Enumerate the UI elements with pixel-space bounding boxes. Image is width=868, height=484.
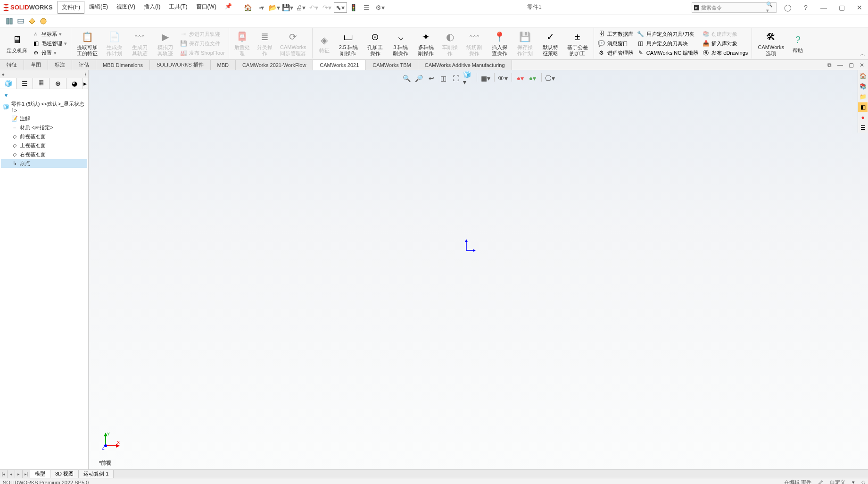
define-machine-button[interactable]: 🖥 定义机床 — [4, 33, 30, 55]
nav-prev-icon[interactable]: ◂ — [8, 470, 15, 478]
ribbon-collapse-icon[interactable]: ︿ — [860, 50, 865, 58]
minimize-icon[interactable]: — — [817, 2, 830, 13]
new-icon[interactable]: ▫▾ — [255, 2, 268, 13]
nc-editor-button[interactable]: ✎CAMWorks NC 编辑器 — [635, 48, 700, 58]
taskpane-home-icon[interactable]: 🏠 — [858, 71, 868, 81]
tab-evaluate[interactable]: 评估 — [72, 60, 96, 70]
appearance-icon[interactable]: ●▾ — [515, 73, 526, 83]
bottom-tab-motion[interactable]: 运动算例 1 — [79, 470, 114, 478]
status-dropdown-icon[interactable]: ▾ — [852, 479, 855, 484]
tab-cw-tbm[interactable]: CAMWorks TBM — [366, 60, 418, 70]
open-icon[interactable]: 📂▾ — [268, 2, 281, 13]
bottom-tab-3dview[interactable]: 3D 视图 — [50, 470, 79, 478]
hole-op-button[interactable]: ⊙孔加工操作 — [363, 29, 388, 58]
tab-mbd-dim[interactable]: MBD Dimensions — [96, 60, 150, 70]
publish-shopfloor-button[interactable]: 🏭发布 ShopFloor — [178, 48, 227, 58]
help-button[interactable]: ?帮助 — [788, 33, 808, 55]
taskpane-library-icon[interactable]: 📚 — [858, 82, 868, 91]
mill3-button[interactable]: ⌵3 轴铣削操作 — [388, 29, 413, 58]
doc-restore-icon[interactable]: ⧉ — [826, 62, 834, 68]
sort-ops-button[interactable]: ≣分类操作 — [254, 29, 276, 58]
zoom-area-icon[interactable]: 🔎 — [414, 73, 424, 83]
stock-manager-button[interactable]: ◧毛坯管理▾ — [30, 39, 69, 48]
redo-icon[interactable]: ↷▾ — [321, 2, 334, 13]
nav-first-icon[interactable]: |◂ — [0, 470, 8, 478]
create-lib-button[interactable]: 📚创建库对象 — [700, 29, 750, 39]
hide-show-icon[interactable]: 👁▾ — [498, 73, 508, 83]
nav-last-icon[interactable]: ▸| — [23, 470, 30, 478]
menu-tools[interactable]: 工具(T) — [165, 1, 191, 14]
step-toolpath-button[interactable]: ⇥步进刀具轨迹 — [178, 29, 227, 39]
tab-cw2021[interactable]: CAMWorks 2021 — [313, 60, 366, 70]
doc-maximize-icon[interactable]: ▢ — [847, 62, 856, 68]
insert-lib-button[interactable]: 📥插入库对象 — [700, 39, 750, 48]
user-icon[interactable]: ◯ — [781, 2, 794, 13]
traffic-icon[interactable]: 🚦 — [347, 2, 360, 13]
qat-icon-4[interactable] — [39, 17, 48, 26]
tolerance-machining-button[interactable]: ±基于公差的加工 — [563, 29, 592, 58]
tree-filter[interactable]: ▼ — [1, 91, 87, 100]
search-icon[interactable]: 🔍▾ — [766, 1, 774, 14]
print-icon[interactable]: 🖨▾ — [294, 2, 307, 13]
menu-pin[interactable]: 📌 — [221, 1, 236, 14]
tree-top-plane[interactable]: ◇上视基准面 — [1, 141, 87, 150]
techdb-button[interactable]: 🗄工艺数据库 — [596, 29, 635, 39]
tree-origin[interactable]: ↳原点 — [1, 159, 87, 168]
scene-icon[interactable]: ●▾ — [528, 73, 538, 83]
menu-view[interactable]: 视图(V) — [113, 1, 139, 14]
gen-toolpath-button[interactable]: 〰生成刀具轨迹 — [127, 29, 152, 58]
panel-tab-display[interactable]: ◕ — [66, 78, 83, 89]
save-cl-button[interactable]: 💾保存刀位文件 — [178, 39, 227, 48]
wire-op-button[interactable]: 〰线切割操作 — [462, 29, 487, 58]
display-style-icon[interactable]: ▦▾ — [480, 73, 491, 83]
close-icon[interactable]: ✕ — [853, 2, 866, 13]
save-icon[interactable]: 💾▾ — [281, 2, 294, 13]
panel-icon[interactable]: ☰ — [360, 2, 373, 13]
search-box[interactable]: ▸ 🔍▾ — [692, 2, 777, 13]
taskpane-custom-icon[interactable]: ☰ — [858, 123, 868, 133]
tab-features[interactable]: 特征 — [0, 60, 24, 70]
prev-view-icon[interactable]: ↩ — [426, 73, 437, 83]
panel-tab-config[interactable]: 𝄜 — [33, 78, 50, 89]
tree-material[interactable]: ≡材质 <未指定> — [1, 123, 87, 132]
tree-annotations[interactable]: 📝注解 — [1, 114, 87, 123]
tab-cw-workflow[interactable]: CAMWorks 2021-WorkFlow — [236, 60, 313, 70]
feature-button[interactable]: ◈特征 — [314, 33, 334, 55]
bottom-tab-model[interactable]: 模型 — [30, 470, 50, 478]
panel-tab-property[interactable]: ☰ — [17, 78, 33, 89]
process-manager-button[interactable]: ⚙进程管理器 — [596, 48, 635, 58]
postprocess-button[interactable]: 📮后置处理 — [231, 29, 254, 58]
doc-minimize-icon[interactable]: — — [835, 62, 845, 68]
tab-sketch[interactable]: 草图 — [24, 60, 48, 70]
panel-tab-more[interactable]: ▸ — [83, 78, 88, 89]
panel-tab-feature-tree[interactable]: 🧊 — [0, 78, 17, 89]
sync-manager-button[interactable]: ⟳CAMWorks 同步管理器 — [276, 29, 310, 58]
tab-mbd[interactable]: MBD — [211, 60, 236, 70]
qat-icon-2[interactable] — [16, 17, 25, 26]
view-settings-icon[interactable]: 🖵▾ — [545, 73, 555, 83]
dynamic-view-icon[interactable]: ⛶ — [451, 73, 461, 83]
tab-cw-additive[interactable]: CAMWorks Additive Manufacturing — [418, 60, 512, 70]
tree-root[interactable]: 🧊零件1 (默认) <<默认>_显示状态 1> — [1, 100, 87, 114]
menu-file[interactable]: 文件(F) — [58, 1, 84, 14]
panel-header-dot-icon[interactable]: ● — [2, 72, 5, 77]
simulate-toolpath-button[interactable]: ▶模拟刀具轨迹 — [152, 29, 178, 58]
undo-icon[interactable]: ↶▾ — [307, 2, 321, 13]
user-tool-block-button[interactable]: ◫用户定义的刀具块 — [635, 39, 700, 48]
qat-icon-3[interactable] — [27, 17, 37, 26]
doc-close-icon[interactable]: ✕ — [858, 62, 866, 68]
extract-features-button[interactable]: 📋 提取可加工的特征 — [73, 29, 101, 58]
turn-op-button[interactable]: ◐车削操作 — [439, 29, 462, 58]
tab-sw-addins[interactable]: SOLIDWORKS 插件 — [150, 60, 211, 70]
mill25-button[interactable]: ⌴2.5 轴铣削操作 — [334, 29, 363, 58]
status-rebuild-icon[interactable]: 🖉 — [818, 480, 823, 484]
user-tool-holder-button[interactable]: 🔧用户定义的刀具/刀夹 — [635, 29, 700, 39]
search-input[interactable] — [701, 5, 766, 10]
select-icon[interactable]: ⬉▾ — [334, 2, 347, 13]
section-view-icon[interactable]: ◫ — [438, 73, 449, 83]
zoom-fit-icon[interactable]: 🔍 — [402, 73, 412, 83]
taskpane-explorer-icon[interactable]: 📁 — [858, 92, 868, 101]
tree-front-plane[interactable]: ◇前视基准面 — [1, 132, 87, 141]
menu-edit[interactable]: 编辑(E) — [85, 1, 112, 14]
nav-next-icon[interactable]: ▸ — [15, 470, 23, 478]
